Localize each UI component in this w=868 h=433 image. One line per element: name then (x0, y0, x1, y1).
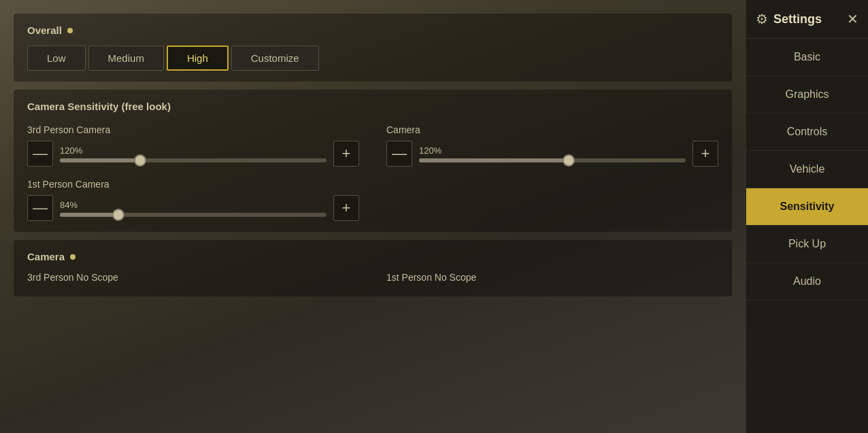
slider-3rd-thumb[interactable] (134, 154, 146, 167)
quality-low-button[interactable]: Low (27, 46, 86, 71)
close-icon[interactable]: ✕ (847, 11, 858, 27)
slider-camera-value: 120% (419, 145, 686, 156)
slider-3rd-value: 120% (60, 145, 327, 156)
main-content: Overall Low Medium High Customize Camera… (0, 0, 746, 433)
camera-bottom-panel: Camera 3rd Person No Scope 1st Person No… (14, 240, 732, 296)
quality-buttons: Low Medium High Customize (27, 46, 718, 71)
bottom-col-1st: 1st Person No Scope (386, 272, 718, 285)
slider-3rd-plus[interactable]: + (333, 141, 359, 167)
sensitivity-section: Camera Sensitivity (free look) 3rd Perso… (27, 101, 718, 221)
camera-bottom-dot (70, 254, 76, 260)
slider-1st-plus[interactable]: + (333, 195, 359, 221)
slider-3rd-control: — 120% + (27, 141, 359, 167)
camera-sensitivity-panel: Camera Sensitivity (free look) 3rd Perso… (14, 90, 732, 232)
top-sliders-row: 3rd Person Camera — 120% (27, 124, 718, 167)
slider-1st-wrapper: 84% (60, 200, 327, 217)
slider-group-1st: 1st Person Camera — 84% (27, 179, 359, 221)
slider-group-3rd: 3rd Person Camera — 120% (27, 124, 359, 167)
bottom-row: 3rd Person No Scope 1st Person No Scope (27, 272, 718, 285)
slider-1st-control: — 84% + (27, 195, 359, 221)
slider-camera-fill (419, 158, 569, 162)
slider-1st-thumb[interactable] (112, 209, 124, 221)
settings-title: Settings (773, 12, 822, 27)
sensitivity-title: Camera Sensitivity (free look) (27, 101, 718, 112)
sidebar-header-left: ⚙ Settings (756, 11, 822, 27)
slider-3rd-wrapper: 120% (60, 145, 327, 162)
slider-1st-label: 1st Person Camera (27, 179, 359, 190)
slider-camera-wrapper: 120% (419, 145, 686, 162)
slider-1st-value: 84% (60, 200, 327, 210)
overall-panel: Overall Low Medium High Customize (14, 14, 732, 82)
quality-medium-button[interactable]: Medium (88, 46, 164, 71)
sidebar-item-basic[interactable]: Basic (746, 39, 868, 76)
overall-dot (67, 28, 73, 33)
overall-title: Overall (27, 24, 718, 36)
slider-3rd-minus[interactable]: — (27, 141, 53, 167)
slider-camera-control: — 120% + (386, 141, 718, 167)
quality-customize-button[interactable]: Customize (231, 46, 319, 71)
slider-1st-fill (60, 213, 118, 217)
slider-3rd-fill (60, 158, 140, 162)
camera-bottom-label: Camera (27, 251, 65, 262)
sidebar-item-audio[interactable]: Audio (746, 263, 868, 300)
sidebar-item-sensitivity[interactable]: Sensitivity (746, 188, 868, 226)
sidebar: ⚙ Settings ✕ Basic Graphics Controls Veh… (746, 0, 868, 433)
sidebar-header: ⚙ Settings ✕ (746, 0, 868, 39)
bottom-col-3rd-label: 3rd Person No Scope (27, 272, 359, 283)
sidebar-item-controls[interactable]: Controls (746, 114, 868, 151)
slider-camera-label: Camera (386, 124, 718, 135)
slider-3rd-label: 3rd Person Camera (27, 124, 359, 135)
sidebar-item-pickup[interactable]: Pick Up (746, 226, 868, 263)
slider-camera-plus[interactable]: + (692, 141, 718, 167)
bottom-sliders-row: 1st Person Camera — 84% (27, 179, 718, 221)
slider-camera-thumb[interactable] (563, 154, 575, 167)
quality-high-button[interactable]: High (167, 46, 229, 71)
slider-group-camera: Camera — 120% + (386, 124, 718, 167)
slider-camera-minus[interactable]: — (386, 141, 412, 167)
slider-3rd-track[interactable] (60, 158, 327, 162)
camera-bottom-title: Camera (27, 251, 718, 262)
bottom-col-1st-label: 1st Person No Scope (386, 272, 718, 283)
bottom-col-3rd: 3rd Person No Scope (27, 272, 359, 285)
slider-1st-track[interactable] (60, 213, 327, 217)
slider-camera-track[interactable] (419, 158, 686, 162)
overall-label: Overall (27, 24, 62, 36)
slider-1st-minus[interactable]: — (27, 195, 53, 221)
sidebar-item-graphics[interactable]: Graphics (746, 76, 868, 114)
sidebar-item-vehicle[interactable]: Vehicle (746, 151, 868, 188)
settings-icon: ⚙ (756, 11, 768, 27)
